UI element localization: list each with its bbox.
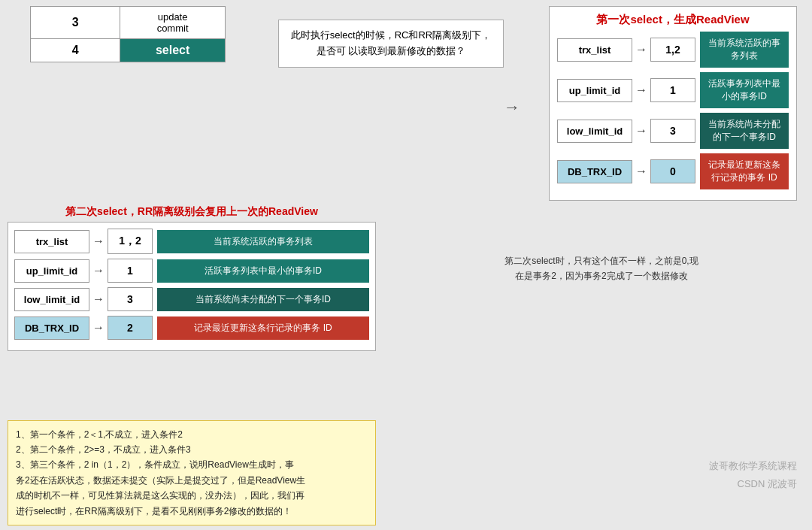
rv-label-dbtrxid: DB_TRX_ID — [557, 160, 632, 183]
rv-arrow-3: → — [632, 124, 650, 138]
second-rv-value-trxlist: 1，2 — [108, 229, 153, 254]
table-row: 4 select — [31, 39, 226, 62]
second-rv-value-uplimit: 1 — [108, 259, 153, 283]
second-rv-desc-lowlimit: 当前系统尚未分配的下一个事务ID — [157, 288, 369, 311]
rv-arrow-2: → — [632, 83, 650, 97]
first-rv-title-highlight: ReadView — [696, 13, 750, 26]
second-rv-arrow-3: → — [89, 292, 108, 306]
second-rv-title: 第二次select，RR隔离级别会复用上一次的ReadView — [8, 205, 376, 219]
watermark: 波哥教你学系统课程 CSDN 泥波哥 — [709, 457, 797, 492]
row2-col2-select: select — [120, 39, 226, 62]
rv-value-dbtrxid: 0 — [650, 159, 695, 183]
rv-arrow-1: → — [632, 43, 650, 56]
rv-value-lowlimit: 3 — [650, 119, 695, 143]
rv-row-2: up_limit_id → 1 活跃事务列表中最小的事务ID — [557, 72, 789, 108]
rv-label-trxlist: trx_list — [557, 38, 632, 62]
question-box: 此时执行select的时候，RC和RR隔离级别下，是否可 以读取到最新修改的数据… — [278, 20, 504, 68]
row2-col1: 4 — [31, 39, 120, 62]
second-rv-row-2: up_limit_id → 1 活跃事务列表中最小的事务ID — [14, 259, 369, 283]
right-rv-area: 第一次select，生成ReadView trx_list → 1,2 当前系统… — [549, 6, 797, 201]
row1-col2-header: updatecommit — [120, 7, 226, 39]
rv-label-lowlimit: low_limit_id — [557, 120, 632, 143]
row1-col1: 3 — [31, 7, 120, 39]
middle-section: 第二次select，RR隔离级别会复用上一次的ReadView trx_list… — [0, 201, 812, 417]
second-rv-label-lowlimit: low_limit_id — [14, 288, 89, 311]
bottom-section: 1、第一个条件，2＜1,不成立，进入条件2 2、第二个条件，2>=3，不成立，进… — [0, 417, 812, 530]
second-rv-value-dbtrxid: 2 — [108, 316, 153, 340]
right-note-area: 第二次select时，只有这个值不一样，之前是0,现在是事务2，因为事务2完成了… — [398, 250, 804, 287]
second-rv-desc-uplimit: 活跃事务列表中最小的事务ID — [157, 259, 369, 283]
second-rv-arrow-2: → — [89, 264, 108, 277]
rv-label-uplimit: up_limit_id — [557, 79, 632, 102]
left-top-table: 3 updatecommit 4 select — [15, 6, 256, 201]
second-rv-desc-dbtrxid: 记录最近更新这条行记录的事务 ID — [157, 316, 369, 340]
question-area: 此时执行select的时候，RC和RR隔离级别下，是否可 以读取到最新修改的数据… — [271, 14, 504, 201]
right-note-text: 第二次select时，只有这个值不一样，之前是0,现在是事务2，因为事务2完成了… — [504, 256, 698, 281]
first-rv-title: 第一次select，生成ReadView — [557, 13, 789, 27]
right-section: 第二次select时，只有这个值不一样，之前是0,现在是事务2，因为事务2完成了… — [383, 205, 804, 417]
second-rv-value-lowlimit: 3 — [108, 287, 153, 311]
table-row: 3 updatecommit — [31, 7, 226, 39]
rv-value-uplimit: 1 — [650, 78, 695, 102]
note-line-2: 2、第二个条件，2>=3，不成立，进入条件3 — [16, 442, 368, 457]
rv-desc-trxlist: 当前系统活跃的事务列表 — [700, 32, 789, 68]
note-box-yellow: 1、第一个条件，2＜1,不成立，进入条件2 2、第二个条件，2>=3，不成立，进… — [8, 420, 376, 525]
main-container: 3 updatecommit 4 select 此时执行select的时候，RC… — [0, 0, 812, 530]
second-rv-row-1: trx_list → 1，2 当前系统活跃的事务列表 — [14, 229, 369, 254]
watermark-line2: CSDN 泥波哥 — [709, 475, 797, 492]
rv-row-1: trx_list → 1,2 当前系统活跃的事务列表 — [557, 32, 789, 68]
second-rv-label-dbtrxid: DB_TRX_ID — [14, 316, 89, 340]
second-rv-wrapper: trx_list → 1，2 当前系统活跃的事务列表 up_limit_id →… — [8, 222, 376, 351]
note-line-3: 3、第三个条件，2 in（1，2），条件成立，说明ReadView生成时，事 — [16, 457, 368, 472]
second-rv-arrow-4: → — [89, 321, 108, 335]
second-rv-row-3: low_limit_id → 3 当前系统尚未分配的下一个事务ID — [14, 287, 369, 311]
second-rv-label-uplimit: up_limit_id — [14, 259, 89, 283]
question-text: 此时执行select的时候，RC和RR隔离级别下，是否可 以读取到最新修改的数据… — [291, 29, 492, 56]
note-line-5: 成的时机不一样，可见性算法就是这么实现的，没办法），因此，我们再 — [16, 488, 368, 503]
second-rv-title-text: 第二次select，RR隔离级别会复用上一次的ReadView — [65, 205, 318, 217]
first-rv-box: 第一次select，生成ReadView trx_list → 1,2 当前系统… — [549, 6, 797, 201]
rv-value-trxlist: 1,2 — [650, 38, 695, 62]
rv-arrow-4: → — [632, 165, 650, 178]
note-line-4: 务2还在活跃状态，数据还未提交（实际上是提交过了，但是ReadView生 — [16, 473, 368, 488]
rv-desc-dbtrxid: 记录最近更新这条行记录的事务 ID — [700, 153, 789, 189]
watermark-line1: 波哥教你学系统课程 — [709, 457, 797, 474]
top-table: 3 updatecommit 4 select — [30, 6, 226, 62]
second-rv-arrow-1: → — [89, 235, 108, 248]
second-rv-desc-trxlist: 当前系统活跃的事务列表 — [157, 230, 369, 253]
rv-desc-uplimit: 活跃事务列表中最小的事务ID — [700, 72, 789, 108]
first-rv-title-prefix: 第一次select，生成 — [596, 13, 696, 26]
right-arrow-icon: → — [504, 98, 520, 117]
right-note-box: 第二次select时，只有这个值不一样，之前是0,现在是事务2，因为事务2完成了… — [398, 250, 804, 287]
note-line-1: 1、第一个条件，2＜1,不成立，进入条件2 — [16, 427, 368, 442]
top-section: 3 updatecommit 4 select 此时执行select的时候，RC… — [0, 0, 812, 201]
rv-row-3: low_limit_id → 3 当前系统尚未分配的下一个事务ID — [557, 113, 789, 149]
second-rv-label-trxlist: trx_list — [14, 230, 89, 253]
second-rv-box: 第二次select，RR隔离级别会复用上一次的ReadView trx_list… — [8, 205, 376, 417]
note-line-6: 进行select时，在RR隔离级别下，是看不见刚刚事务2修改的数据的！ — [16, 504, 368, 519]
rv-row-4: DB_TRX_ID → 0 记录最近更新这条行记录的事务 ID — [557, 153, 789, 189]
rv-desc-lowlimit: 当前系统尚未分配的下一个事务ID — [700, 113, 789, 149]
second-rv-row-4: DB_TRX_ID → 2 记录最近更新这条行记录的事务 ID — [14, 316, 369, 340]
